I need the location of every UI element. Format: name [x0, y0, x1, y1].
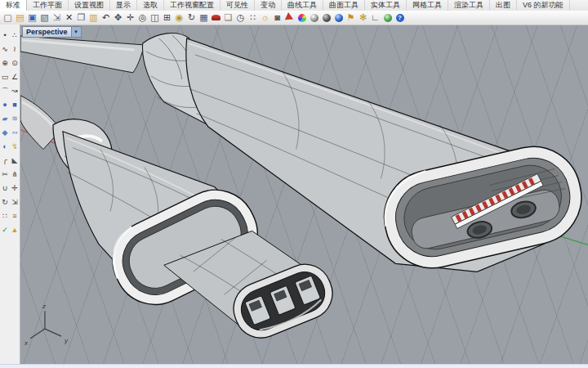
pointcloud-icon[interactable]: ∴ [11, 30, 20, 41]
extrude-icon[interactable]: ◆ [1, 128, 10, 138]
curve-icon[interactable]: ∿ [1, 44, 10, 55]
menu-tab[interactable]: 显示 [110, 0, 137, 11]
history-icon[interactable]: ◷ [234, 11, 247, 24]
zoom-dynamic-icon[interactable]: ◎ [136, 11, 149, 24]
rhino-application-window: 标准工作平面设置视图显示选取工作视窗配置可见性变动曲线工具曲面工具实体工具网格工… [0, 0, 588, 368]
perspective-viewport[interactable]: z x y Perspective ▾ [20, 25, 588, 365]
viewport-menu-dropdown-icon[interactable]: ▾ [71, 27, 81, 37]
scale-icon[interactable]: ⇲ [11, 197, 20, 208]
layers-icon[interactable]: ≡ [11, 211, 20, 222]
undo-icon[interactable]: ↶ [100, 11, 112, 24]
print-icon[interactable]: ▧ [38, 11, 51, 24]
color-wheel-icon[interactable] [296, 11, 308, 24]
material-flag-icon[interactable]: ⚑ [345, 11, 357, 24]
check-icon[interactable]: ✓ [1, 225, 10, 236]
render-icon[interactable] [210, 11, 222, 24]
circle-icon[interactable]: ⊕ [1, 58, 10, 69]
menu-tab[interactable]: 曲线工具 [282, 0, 323, 11]
shaded-sphere-icon[interactable] [308, 11, 320, 24]
explode-icon[interactable]: ↯ [11, 141, 20, 152]
viewport-layout-icon[interactable]: ▦ [198, 11, 210, 24]
chamfer-icon[interactable]: ◣ [11, 155, 20, 166]
axis-gnomon [30, 311, 61, 339]
ellipse-icon[interactable]: ⊙ [11, 58, 20, 69]
menu-tab[interactable]: 工作平面 [27, 0, 69, 11]
delete-icon[interactable]: ✕ [63, 11, 75, 24]
earth-icon[interactable] [381, 11, 394, 24]
zoom-selected-icon[interactable]: ◉ [173, 11, 185, 24]
named-view-icon[interactable]: ∷ [247, 11, 259, 24]
rotate-icon[interactable]: ↻ [1, 197, 10, 208]
menu-tab[interactable]: 变动 [255, 0, 282, 11]
control-point-curve-icon[interactable]: ≀ [11, 44, 20, 55]
viewport-title[interactable]: Perspective [23, 27, 71, 37]
light-icon[interactable]: ☼ [259, 11, 271, 24]
move-icon[interactable]: ✛ [11, 183, 20, 194]
menu-tab[interactable]: 标准 [0, 0, 27, 11]
shaded-mode-icon[interactable] [283, 11, 296, 24]
render-preview-icon[interactable]: ❏ [222, 11, 234, 24]
lock-icon[interactable]: ◙ [271, 11, 283, 24]
menu-tab[interactable]: 实体工具 [365, 0, 407, 11]
menu-tab[interactable]: 选取 [137, 0, 164, 11]
sweep-icon[interactable]: ∾ [11, 128, 20, 138]
rotate-view-icon[interactable]: ↻ [185, 11, 198, 24]
join-icon[interactable]: ∪ [1, 183, 10, 194]
svg-text:y: y [64, 337, 69, 344]
menu-tab[interactable]: 网格工具 [407, 0, 448, 11]
raytraced-sphere-icon[interactable] [332, 11, 345, 24]
fillet-icon[interactable]: ╭ [1, 155, 10, 166]
viewport-tab-perspective[interactable]: Perspective ▾ [22, 26, 82, 38]
zoom-window-icon[interactable]: ◫ [149, 11, 161, 24]
export-icon[interactable]: ⇲ [51, 11, 63, 24]
viewport-3d-scene[interactable]: z x y [20, 25, 588, 365]
trim-icon[interactable]: ✂ [1, 169, 10, 180]
curve-tools-icon[interactable]: ↝ [11, 86, 20, 96]
polyline-icon[interactable]: ∠ [11, 72, 20, 83]
help-icon[interactable]: ? [394, 11, 406, 24]
arc-icon[interactable]: ⌒ [1, 86, 10, 96]
gear-settings-icon[interactable]: ✻ [357, 11, 369, 24]
sphere-icon[interactable]: ● [1, 100, 10, 110]
svg-text:z: z [42, 303, 46, 310]
dimension-icon[interactable]: ∟ [369, 11, 381, 24]
rendered-sphere-icon[interactable] [320, 11, 332, 24]
menu-tab[interactable]: 工作视窗配置 [164, 0, 220, 11]
tool-sidebar: •∴∿≀⊕⊙▭∠⌒↝●■▰≋◆∾◐↯╭◣✂⋔∪✛↻⇲∷≡✓▲ [0, 25, 20, 365]
menu-tab[interactable]: 出图 [490, 0, 517, 11]
open-file-icon[interactable]: ▤ [14, 11, 26, 24]
menu-tab[interactable]: V6 的新功能 [517, 0, 570, 11]
y-axis-line [559, 236, 588, 245]
zoom-extents-icon[interactable]: ⊞ [161, 11, 173, 24]
copy-icon[interactable]: ❐ [75, 11, 87, 24]
move-icon[interactable]: ✛ [124, 11, 136, 24]
save-icon[interactable]: ▣ [26, 11, 38, 24]
menu-tab[interactable]: 设置视图 [69, 0, 110, 11]
surface-icon[interactable]: ▰ [1, 114, 10, 124]
split-icon[interactable]: ⋔ [11, 169, 20, 180]
pan-icon[interactable]: ✥ [112, 11, 124, 24]
point-icon[interactable]: • [1, 30, 10, 41]
box-icon[interactable]: ■ [11, 100, 20, 110]
menu-tab-bar: 标准工作平面设置视图显示选取工作视窗配置可见性变动曲线工具曲面工具实体工具网格工… [0, 0, 588, 11]
paste-icon[interactable]: ▥ [87, 11, 100, 24]
array-icon[interactable]: ∷ [1, 211, 10, 222]
loft-icon[interactable]: ≋ [11, 114, 20, 124]
cone-icon[interactable]: ▲ [11, 225, 20, 236]
boolean-icon[interactable]: ◐ [1, 141, 10, 152]
rectangle-icon[interactable]: ▭ [1, 72, 10, 83]
svg-text:x: x [24, 339, 29, 347]
status-bar [0, 364, 588, 368]
menu-tab[interactable]: 曲面工具 [323, 0, 365, 11]
new-file-icon[interactable]: ▢ [2, 11, 14, 24]
main-toolbar: ▢▤▣▧⇲✕❐▥↶✥✛◎◫⊞◉↻▦❏◷∷☼◙⚑✻∟? [0, 11, 588, 25]
menu-tab[interactable]: 可见性 [220, 0, 255, 11]
menu-tab[interactable]: 渲染工具 [448, 0, 490, 11]
axis-gnomon-labels: z x y [24, 303, 69, 347]
